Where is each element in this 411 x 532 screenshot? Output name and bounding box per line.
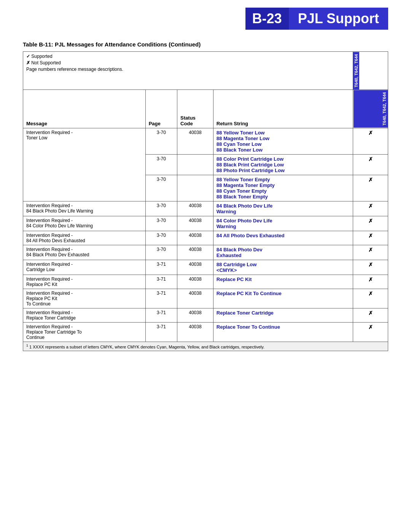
- return-string: 88 Cartridge Low<CMYK>: [217, 262, 350, 273]
- return-string-cell: 84 Color Photo Dev LifeWarning: [213, 216, 353, 231]
- status-cell: 40038: [177, 308, 213, 322]
- main-table: ✓ Supported ✗ Not Supported Page numbers…: [23, 51, 388, 351]
- page-cell: 3-71: [145, 275, 177, 289]
- return-string-cell: 88 Cartridge Low<CMYK>: [213, 260, 353, 275]
- table-row: Intervention Required -Replace PC Kit 3-…: [23, 275, 388, 289]
- table-row: Intervention Required -84 Color Photo De…: [23, 216, 388, 231]
- column-header-row: Message Page StatusCode Return String T6…: [23, 90, 388, 128]
- return-string-cell: Replace PC Kit To Continue: [213, 289, 353, 308]
- col-page: Page: [145, 90, 177, 128]
- printer-support-cell: ✗: [353, 128, 388, 154]
- footer-note: 1 1 XXXX represents a subset of letters …: [23, 342, 388, 351]
- return-string-cell: Replace PC Kit: [213, 275, 353, 289]
- page-cell: 3-71: [145, 308, 177, 322]
- page-cell: 3-70: [145, 154, 177, 175]
- printer-support-cell: ✗: [353, 154, 388, 175]
- return-string: 84 Black Photo Dev LifeWarning: [217, 203, 350, 214]
- col-message: Message: [23, 90, 146, 128]
- table-row: Intervention Required -Cartridge Low 3-7…: [23, 260, 388, 275]
- return-string: Replace Toner To Continue: [217, 324, 350, 330]
- status-cell: [177, 154, 213, 175]
- page-cell: 3-70: [145, 245, 177, 260]
- message-cell: Intervention Required -84 Color Photo De…: [23, 216, 146, 231]
- message-cell: Intervention Required -Replace PC KitTo …: [23, 289, 146, 308]
- return-string: 84 All Photo Devs Exhausted: [217, 233, 350, 238]
- status-cell: 40038: [177, 322, 213, 342]
- col-status-code: StatusCode: [177, 90, 213, 128]
- return-string: 88 Black Toner Low: [217, 147, 350, 153]
- return-string: Replace Toner Cartridge: [217, 310, 350, 316]
- printer-support-cell: ✗: [353, 260, 388, 275]
- return-string-cell: 88 Yellow Toner Empty 88 Magenta Toner E…: [213, 175, 353, 201]
- page-cell: 3-70: [145, 231, 177, 245]
- return-string: 88 Black Toner Empty: [217, 194, 350, 200]
- page-cell: 3-70: [145, 175, 177, 201]
- printer-support-cell: ✗: [353, 322, 388, 342]
- return-string-cell: 88 Yellow Toner Low 88 Magenta Toner Low…: [213, 128, 353, 154]
- page-cell: 3-71: [145, 289, 177, 308]
- status-cell: 40038: [177, 201, 213, 216]
- printer-support-cell: ✗: [353, 245, 388, 260]
- page-number: B-23: [245, 8, 289, 30]
- supported-label: ✓ Supported: [26, 54, 350, 59]
- return-string-cell: 84 Black Photo DevExhausted: [213, 245, 353, 260]
- page-cell: 3-70: [145, 201, 177, 216]
- return-string: Replace PC Kit To Continue: [217, 291, 350, 296]
- return-string: 88 Cyan Toner Low: [217, 141, 350, 147]
- status-cell: 40038: [177, 289, 213, 308]
- return-string: 88 Magenta Toner Low: [217, 136, 350, 141]
- message-cell: Intervention Required -Replace Toner Car…: [23, 308, 146, 322]
- status-cell: 40038: [177, 275, 213, 289]
- not-supported-label: ✗ Not Supported: [26, 60, 350, 66]
- page-cell: 3-70: [145, 128, 177, 154]
- printer-support-cell: ✗: [353, 175, 388, 201]
- table-row: Intervention Required -Replace Toner Car…: [23, 308, 388, 322]
- printer-support-cell: ✗: [353, 201, 388, 216]
- table-row: Intervention Required -84 All Photo Devs…: [23, 231, 388, 245]
- return-string-cell: 84 Black Photo Dev LifeWarning: [213, 201, 353, 216]
- page-cell: 3-71: [145, 322, 177, 342]
- message-cell: Intervention Required -Replace Toner Car…: [23, 322, 146, 342]
- page-cell: 3-71: [145, 260, 177, 275]
- message-cell: Intervention Required -84 All Photo Devs…: [23, 231, 146, 245]
- return-string: Replace PC Kit: [217, 276, 350, 282]
- page-header: B-23 PJL Support: [23, 8, 388, 30]
- return-string: 88 Black Print Cartridge Low: [217, 162, 350, 168]
- return-string-cell: 84 All Photo Devs Exhausted: [213, 231, 353, 245]
- message-cell: Intervention Required -84 Black Photo De…: [23, 201, 146, 216]
- return-string-cell: Replace Toner Cartridge: [213, 308, 353, 322]
- table-row: Intervention Required -84 Black Photo De…: [23, 201, 388, 216]
- return-string-cell: 88 Color Print Cartridge Low 88 Black Pr…: [213, 154, 353, 175]
- message-cell: Intervention Required -Replace PC Kit: [23, 275, 146, 289]
- return-string-cell: Replace Toner To Continue: [213, 322, 353, 342]
- return-string: 88 Photo Print Cartridge Low: [217, 168, 350, 173]
- table-row: Intervention Required -Toner Low 3-70 40…: [23, 128, 388, 154]
- header-box: B-23 PJL Support: [245, 8, 388, 30]
- col-printer-model: T640, T642, T644: [353, 90, 388, 128]
- table-row: Intervention Required -84 Black Photo De…: [23, 245, 388, 260]
- printer-support-cell: ✗: [353, 275, 388, 289]
- status-cell: 40038: [177, 216, 213, 231]
- printer-support-cell: ✗: [353, 231, 388, 245]
- return-string: 88 Magenta Toner Empty: [217, 182, 350, 188]
- return-string: 84 Color Photo Dev LifeWarning: [217, 218, 350, 229]
- printer-model-rotated: T640, T642, T644: [353, 52, 359, 89]
- status-cell: 40038: [177, 245, 213, 260]
- message-cell: Intervention Required -84 Black Photo De…: [23, 245, 146, 260]
- status-cell: 40038: [177, 260, 213, 275]
- printer-support-cell: ✗: [353, 308, 388, 322]
- return-string: 88 Color Print Cartridge Low: [217, 156, 350, 162]
- status-cell: 40038: [177, 128, 213, 154]
- legend-note: Page numbers reference message descripti…: [26, 67, 350, 72]
- status-cell: [177, 175, 213, 201]
- return-string: 88 Cyan Toner Empty: [217, 188, 350, 194]
- return-string: 84 Black Photo DevExhausted: [217, 247, 350, 258]
- printer-support-cell: ✗: [353, 289, 388, 308]
- return-string: 88 Yellow Toner Empty: [217, 177, 350, 182]
- return-string: 88 Yellow Toner Low: [217, 130, 350, 136]
- status-cell: 40038: [177, 231, 213, 245]
- message-cell: Intervention Required -Toner Low: [23, 128, 146, 201]
- footer-note-row: 1 1 XXXX represents a subset of letters …: [23, 342, 388, 351]
- legend-row: ✓ Supported ✗ Not Supported Page numbers…: [23, 52, 388, 90]
- page-title: PJL Support: [289, 8, 388, 30]
